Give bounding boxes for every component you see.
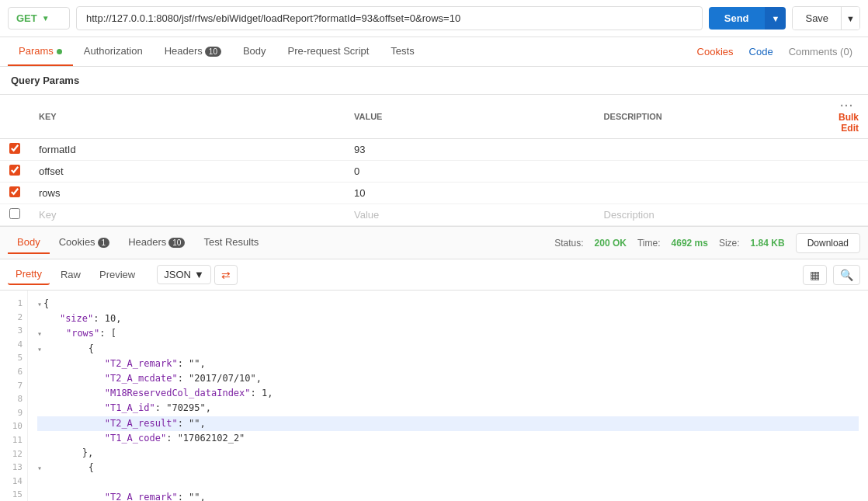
code-line: "M18ReservedCol_dataIndex": 1, (37, 386, 859, 401)
code-line (37, 475, 859, 490)
code-line: "T1_A_id": "70295", (37, 401, 859, 416)
param-desc-2[interactable] (604, 187, 820, 199)
search-button[interactable]: 🔍 (833, 265, 860, 285)
save-button[interactable]: Save (793, 7, 841, 30)
table-row-new (0, 204, 868, 226)
copy-button[interactable]: ▦ (803, 265, 827, 285)
json-format-selector[interactable]: JSON ▼ (157, 265, 211, 284)
param-desc-0[interactable] (604, 144, 820, 155)
line-numbers: 1234567891011121314151617181920 (0, 291, 28, 501)
tab-prerequest[interactable]: Pre-request Script (277, 37, 380, 66)
param-checkbox-2[interactable] (9, 186, 20, 197)
status-label: Status: (554, 238, 583, 249)
size-label: Size: (719, 238, 740, 249)
col-header-description: DESCRIPTION (595, 95, 829, 139)
param-key-1[interactable] (39, 165, 335, 177)
resp-tab-test-results[interactable]: Test Results (194, 231, 268, 254)
json-label: JSON (164, 269, 191, 280)
format-tab-preview[interactable]: Preview (92, 265, 143, 284)
param-checkbox-1[interactable] (9, 165, 20, 176)
tab-authorization[interactable]: Authorization (73, 37, 154, 66)
param-key-0[interactable] (39, 144, 335, 155)
response-bar: Body Cookies1 Headers10 Test Results Sta… (0, 226, 868, 259)
time-label: Time: (637, 238, 661, 249)
param-key-2[interactable] (39, 187, 335, 199)
param-value-1[interactable] (354, 165, 585, 177)
save-button-group: Save ▼ (792, 6, 860, 30)
code-line: "size": 10, (37, 311, 859, 326)
code-line: }, (37, 446, 859, 461)
table-row (0, 161, 868, 183)
save-dropdown-button[interactable]: ▼ (841, 7, 859, 30)
col-header-value: VALUE (345, 95, 595, 139)
code-line: ▾{ (37, 297, 859, 311)
format-tab-raw[interactable]: Raw (53, 265, 89, 284)
code-line: ▾ "rows": [ (37, 326, 859, 341)
download-button[interactable]: Download (796, 233, 860, 253)
tab-tests[interactable]: Tests (380, 37, 425, 66)
code-line: "T2_A_remark": "", (37, 357, 859, 371)
time-value: 4692 ms (672, 238, 708, 249)
code-line: "T2_A_mcdate": "2017/07/10", (37, 371, 859, 386)
table-row (0, 139, 868, 161)
method-label: GET (16, 12, 37, 24)
table-row (0, 183, 868, 204)
indent-button[interactable]: ⇄ (214, 265, 238, 285)
param-value-new[interactable] (354, 209, 585, 221)
params-dot (57, 49, 62, 54)
param-value-0[interactable] (354, 144, 585, 155)
status-value: 200 OK (595, 238, 627, 249)
param-desc-1[interactable] (604, 165, 820, 177)
bulk-edit-button[interactable]: Bulk Edit (838, 109, 859, 137)
json-chevron-icon: ▼ (194, 269, 204, 280)
tab-body[interactable]: Body (232, 37, 277, 66)
code-line: "T2_A_result": "", (37, 416, 859, 431)
request-tabs: Params Authorization Headers10 Body Pre-… (0, 37, 868, 67)
send-button-group: Send ▼ (709, 7, 786, 30)
send-button[interactable]: Send (709, 7, 765, 30)
param-key-new[interactable] (39, 209, 335, 221)
param-checkbox-0[interactable] (9, 143, 20, 154)
response-status-area: Status: 200 OK Time: 4692 ms Size: 1.84 … (554, 233, 860, 253)
format-tab-pretty[interactable]: Pretty (8, 264, 50, 285)
params-table: KEY VALUE DESCRIPTION ··· Bulk Edit (0, 94, 868, 226)
code-line: ▾ { (37, 461, 859, 475)
resp-tab-body[interactable]: Body (8, 231, 50, 254)
response-body-toolbar: Pretty Raw Preview JSON ▼ ⇄ ▦ 🔍 (0, 259, 868, 291)
top-bar: GET ▼ Send ▼ Save ▼ (0, 0, 868, 37)
code-content: ▾{ "size": 10,▾ "rows": [▾ { "T2_A_remar… (28, 291, 868, 501)
method-selector[interactable]: GET ▼ (8, 7, 70, 30)
cookies-link[interactable]: Cookies (689, 38, 741, 65)
param-checkbox-new[interactable] (9, 208, 20, 219)
code-link[interactable]: Code (741, 38, 781, 65)
resp-tab-headers[interactable]: Headers10 (119, 231, 194, 254)
comments-link[interactable]: Comments (0) (781, 38, 860, 65)
param-desc-new[interactable] (604, 209, 820, 221)
code-editor[interactable]: 1234567891011121314151617181920 ▾{ "size… (0, 291, 868, 501)
col-header-key: KEY (30, 95, 345, 139)
send-dropdown-button[interactable]: ▼ (765, 7, 786, 30)
size-value: 1.84 KB (751, 238, 785, 249)
code-line: ▾ { (37, 342, 859, 357)
tab-params[interactable]: Params (8, 37, 73, 66)
query-params-title: Query Params (0, 67, 868, 94)
code-line: "T1_A_code": "17062102_2" (37, 431, 859, 446)
tab-headers[interactable]: Headers10 (154, 37, 232, 66)
url-input[interactable] (76, 6, 703, 30)
param-value-2[interactable] (354, 187, 585, 199)
code-line: "T2_A_remark": "", (37, 490, 859, 501)
method-chevron-icon: ▼ (42, 14, 50, 23)
resp-tab-cookies[interactable]: Cookies1 (50, 231, 120, 254)
